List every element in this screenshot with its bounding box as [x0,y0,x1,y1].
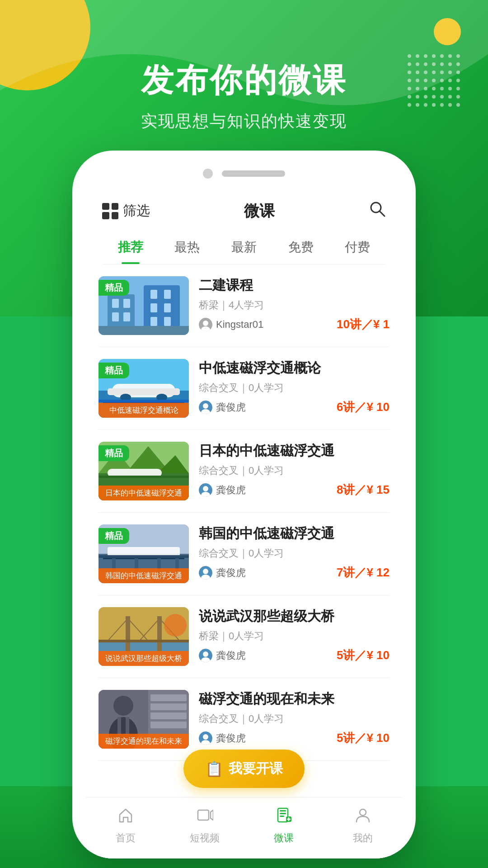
phone-camera [203,169,213,179]
course-badge: 精品 [99,280,129,296]
course-meta: 综合交叉｜0人学习 [199,712,389,726]
bottom-nav: 首页 短视频 微课 我 [86,797,402,859]
svg-rect-22 [108,388,180,395]
search-icon [369,200,386,217]
course-title: 磁浮交通的现在和未来 [199,690,389,708]
video-icon [196,807,213,828]
svg-point-38 [203,486,208,491]
tab-hot[interactable]: 最热 [159,231,216,264]
tab-recommended[interactable]: 推荐 [102,231,159,264]
course-item[interactable]: 说说武汉那些超级大桥 说说武汉那些超级大桥 桥梁｜0人学习 龚俊虎 [99,595,389,678]
fab-icon: 📋 [205,760,223,778]
svg-rect-6 [112,312,119,321]
profile-icon [354,807,371,828]
fab-open-course-button[interactable]: 📋 我要开课 [183,750,305,788]
tab-latest[interactable]: 最新 [216,231,272,264]
svg-marker-80 [211,810,213,820]
svg-rect-69 [150,703,187,710]
svg-rect-15 [99,326,189,335]
course-thumb-label: 韩国的中低速磁浮交通 [99,568,189,583]
svg-point-77 [203,734,208,740]
phone-mockup: 筛选 微课 推荐 [72,151,416,859]
course-price: 5讲／¥ 10 [337,647,389,663]
course-thumbnail: 精品 [99,276,189,335]
svg-rect-70 [150,712,187,719]
course-price: 8讲／¥ 15 [337,482,389,498]
course-author: Kingstar01 [199,318,263,331]
course-item[interactable]: 精品 韩国的中低速磁浮交通 韩国的中低速磁浮交通 综合交叉｜0人学习 龚俊虎 [99,513,389,595]
course-author: 龚俊虎 [199,401,246,414]
svg-rect-5 [123,299,130,308]
hero-subtitle: 实现思想与知识的快速变现 [0,110,488,132]
course-title: 中低速磁浮交通概论 [199,359,389,377]
svg-rect-8 [144,285,180,330]
tabs-bar: 推荐 最热 最新 免费 付费 [102,231,386,264]
svg-rect-75 [126,717,129,735]
page-title: 微课 [244,201,275,222]
course-list: 精品 二建课程 桥梁｜4人学习 Kingstar01 1 [86,264,402,761]
nav-home[interactable]: 首页 [86,807,165,845]
micro-icon [275,807,292,828]
course-thumb-label: 日本的中低速磁浮交通 [99,486,189,500]
course-thumb-label: 中低速磁浮交通概论 [99,403,189,418]
svg-rect-11 [150,303,157,312]
svg-rect-7 [123,312,130,321]
svg-rect-4 [112,299,119,308]
course-price: 5讲／¥ 10 [337,730,389,746]
nav-micro[interactable]: 微课 [244,807,323,845]
course-meta: 桥梁｜0人学习 [199,629,389,643]
nav-profile[interactable]: 我的 [323,807,402,845]
nav-profile-label: 我的 [353,831,373,845]
svg-rect-9 [150,290,157,299]
course-price: 7讲／¥ 12 [337,565,389,580]
svg-rect-82 [280,810,286,811]
svg-rect-13 [150,317,157,326]
course-thumb-label: 说说武汉那些超级大桥 [99,651,189,666]
svg-rect-42 [108,547,180,556]
course-info: 中低速磁浮交通概论 综合交叉｜0人学习 龚俊虎 6讲／¥ 10 [199,359,389,415]
svg-point-63 [203,651,208,657]
svg-rect-79 [198,810,209,820]
course-author: 龚俊虎 [199,731,246,745]
svg-point-72 [113,696,133,716]
author-avatar [199,566,212,580]
course-author: 龚俊虎 [199,649,246,662]
course-title: 日本的中低速磁浮交通 [199,442,389,460]
course-meta: 综合交叉｜0人学习 [199,464,389,477]
phone-notch [86,169,402,179]
course-badge: 精品 [99,363,129,378]
svg-rect-84 [280,816,284,817]
author-avatar [199,731,212,745]
course-item[interactable]: 精品 中低速磁浮交通概论 中低速磁浮交通概论 综合交叉｜0人学习 龚俊虎 [99,347,389,430]
tab-free[interactable]: 免费 [272,231,329,264]
svg-rect-12 [164,303,171,312]
course-item[interactable]: 磁浮交通的现在和未来 磁浮交通的现在和未来 综合交叉｜0人学习 龚俊虎 [99,678,389,761]
course-item[interactable]: 精品 日本的中低速磁浮交通 日本的中低速磁浮交通 综合交叉｜0人学习 龚俊虎 [99,430,389,513]
filter-button[interactable]: 筛选 [102,202,150,220]
tab-paid[interactable]: 付费 [329,231,386,264]
app-screen: 筛选 微课 推荐 [86,188,402,859]
grid-icon [102,203,118,219]
svg-point-28 [203,403,208,409]
course-item[interactable]: 精品 二建课程 桥梁｜4人学习 Kingstar01 1 [99,264,389,347]
svg-line-1 [380,211,385,216]
course-thumbnail: 磁浮交通的现在和未来 [99,690,189,749]
course-info: 说说武汉那些超级大桥 桥梁｜0人学习 龚俊虎 5讲／¥ 10 [199,607,389,663]
course-thumbnail: 说说武汉那些超级大桥 [99,607,189,666]
fab-label: 我要开课 [229,760,283,778]
svg-rect-60 [99,640,189,642]
course-thumbnail: 精品 中低速磁浮交通概论 [99,359,189,418]
search-button[interactable] [369,200,386,222]
home-icon [117,807,134,828]
course-price: 10讲／¥ 1 [337,316,389,332]
nav-video[interactable]: 短视频 [165,807,244,845]
svg-rect-3 [108,294,135,330]
course-thumb-label: 磁浮交通的现在和未来 [99,734,189,749]
svg-rect-43 [99,555,189,558]
course-title: 二建课程 [199,276,389,295]
course-meta: 综合交叉｜0人学习 [199,547,389,560]
svg-rect-54 [126,616,130,652]
course-info: 日本的中低速磁浮交通 综合交叉｜0人学习 龚俊虎 8讲／¥ 15 [199,442,389,498]
author-avatar [199,401,212,414]
svg-rect-55 [157,616,162,652]
